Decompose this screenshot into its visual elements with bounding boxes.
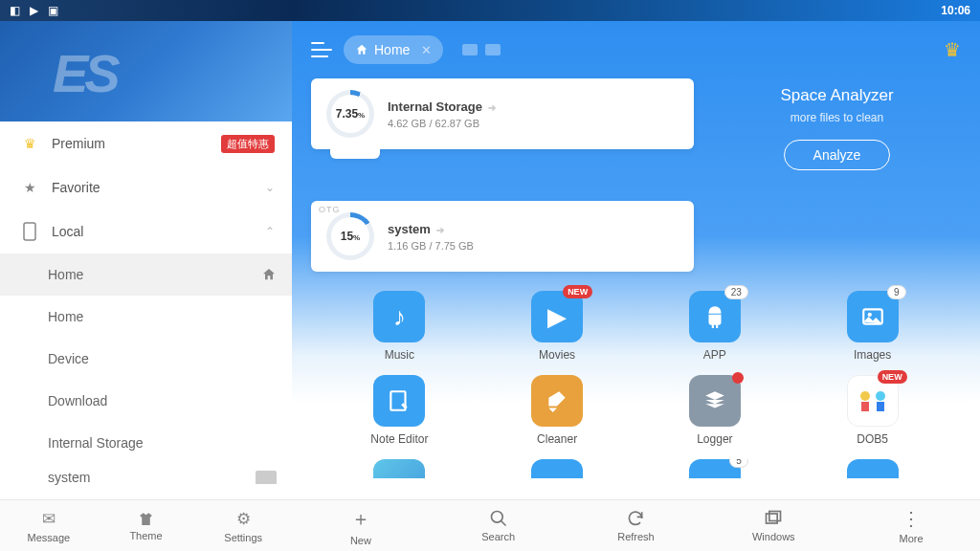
cat-app[interactable]: 23 APP [636, 291, 794, 362]
cat-cutoff[interactable] [793, 459, 951, 478]
topbar: Home ✕ ♛ [292, 21, 980, 78]
game-icon: NEW [847, 375, 899, 427]
cat-cutoff[interactable] [479, 459, 636, 478]
sidebar-hero [0, 21, 292, 121]
storage-sub: 1.16 GB / 7.75 GB [388, 240, 474, 252]
message-button[interactable]: ✉Message [0, 500, 98, 551]
premium-badge: 超值特惠 [221, 135, 275, 153]
phone-icon [17, 222, 42, 241]
crown-icon[interactable]: ♛ [944, 38, 961, 61]
windows-button[interactable]: Windows [704, 500, 842, 551]
bottom-bar: ✉Message Theme ⚙Settings ＋New Search Ref… [0, 499, 980, 551]
home-icon [261, 267, 277, 282]
crown-icon: ♛ [17, 136, 42, 151]
favorite-label: Favorite [52, 180, 265, 195]
cat-dob5[interactable]: NEW DOB5 [793, 375, 951, 446]
tab-icons[interactable] [462, 44, 501, 55]
sidebar-favorite[interactable]: ★ Favorite ⌄ [0, 165, 292, 209]
home-icon [355, 43, 368, 56]
svg-rect-7 [877, 402, 884, 411]
cat-cutoff[interactable]: 5 [636, 459, 794, 478]
sidebar-item-internal[interactable]: Internal Storage [0, 422, 292, 464]
play-store-icon: ▶ [30, 4, 38, 17]
storage-sub: 4.62 GB / 62.87 GB [388, 118, 496, 129]
close-icon[interactable]: ✕ [421, 43, 432, 57]
local-label: Local [52, 224, 265, 239]
cat-cutoff[interactable] [321, 459, 479, 478]
svg-rect-0 [24, 223, 35, 240]
menu-button[interactable] [311, 42, 332, 57]
svg-point-2 [867, 313, 871, 317]
storage-name: system [388, 222, 431, 236]
svg-rect-3 [391, 391, 406, 410]
sd-icon [256, 471, 277, 484]
cat-images[interactable]: 9 Images [793, 291, 951, 362]
more-icon: ⋮ [902, 507, 921, 530]
cat-cleaner[interactable]: Cleaner [479, 375, 636, 446]
sub-label: Device [48, 351, 89, 366]
chevron-up-icon: ⌃ [265, 225, 275, 238]
notif-icon: ◧ [10, 4, 20, 17]
shirt-icon [138, 511, 154, 527]
settings-button[interactable]: ⚙Settings [194, 500, 292, 551]
cat-movies[interactable]: ▶NEW Movies [479, 291, 636, 362]
music-icon: ♪ [373, 291, 425, 342]
sidebar-item-home2[interactable]: Home [0, 296, 292, 338]
svg-rect-6 [861, 402, 869, 411]
category-grid: ♪ Music ▶NEW Movies 23 APP 9 Images Note… [292, 272, 980, 478]
storage-card-internal[interactable]: 7.35% Internal Storage➔ 4.62 GB / 62.87 … [311, 78, 694, 149]
sidebar-item-home[interactable]: Home [0, 253, 292, 296]
arrow-icon: ➔ [488, 102, 496, 113]
theme-button[interactable]: Theme [98, 500, 195, 551]
windows-icon [764, 509, 783, 528]
premium-label: Premium [52, 136, 213, 151]
search-button[interactable]: Search [430, 500, 568, 551]
mail-icon: ✉ [42, 509, 56, 529]
storage-name: Internal Storage [388, 99, 482, 114]
new-badge: NEW [563, 285, 592, 298]
svg-rect-9 [767, 514, 778, 523]
gear-icon: ⚙ [236, 509, 251, 529]
sub-label: Download [48, 393, 107, 408]
movie-icon: ▶NEW [531, 291, 583, 342]
main-panel: Home ✕ ♛ 7.35% Internal Storage➔ 4.62 GB… [292, 21, 980, 499]
stack-icon [689, 375, 741, 427]
new-badge: NEW [878, 370, 907, 384]
sidebar-item-device[interactable]: Device [0, 338, 292, 380]
cat-logger[interactable]: Logger [636, 375, 794, 446]
cat-note[interactable]: Note Editor [321, 375, 479, 446]
cat-music[interactable]: ♪ Music [321, 291, 479, 362]
otg-tag: OTG [319, 205, 341, 214]
sidebar-item-system[interactable]: system [0, 464, 292, 491]
dot-badge [732, 372, 744, 384]
sidebar: ♛ Premium 超值特惠 ★ Favorite ⌄ Local ⌃ Home [0, 21, 292, 499]
app-icon: ▣ [48, 4, 58, 17]
refresh-icon [626, 509, 645, 528]
search-icon [489, 509, 508, 528]
broom-icon [531, 375, 583, 427]
star-icon: ★ [17, 180, 42, 195]
svg-rect-10 [769, 512, 781, 521]
count-badge: 9 [887, 285, 906, 299]
sub-label: Home [48, 309, 83, 324]
svg-point-8 [491, 512, 502, 523]
sub-label: Internal Storage [48, 435, 144, 451]
analyzer-title: Space Analyzer [780, 86, 893, 105]
refresh-button[interactable]: Refresh [568, 500, 705, 551]
sidebar-item-download[interactable]: Download [0, 380, 292, 422]
android-icon: 23 [689, 291, 741, 342]
new-button[interactable]: ＋New [292, 500, 430, 551]
arrow-icon: ➔ [436, 225, 444, 235]
sidebar-local[interactable]: Local ⌃ [0, 209, 292, 253]
storage-card-system[interactable]: OTG 15% system➔ 1.16 GB / 7.75 GB [311, 201, 694, 272]
analyze-button[interactable]: Analyze [784, 140, 891, 170]
note-icon [373, 375, 425, 427]
sidebar-premium[interactable]: ♛ Premium 超值特惠 [0, 121, 292, 165]
image-icon: 9 [847, 291, 899, 342]
analyzer-subtitle: more files to clean [791, 111, 883, 124]
location-chip[interactable]: Home ✕ [344, 35, 443, 64]
chevron-down-icon: ⌄ [265, 181, 275, 194]
more-button[interactable]: ⋮More [842, 500, 980, 551]
usage-ring: 15% [326, 212, 374, 260]
usage-ring: 7.35% [326, 90, 374, 138]
